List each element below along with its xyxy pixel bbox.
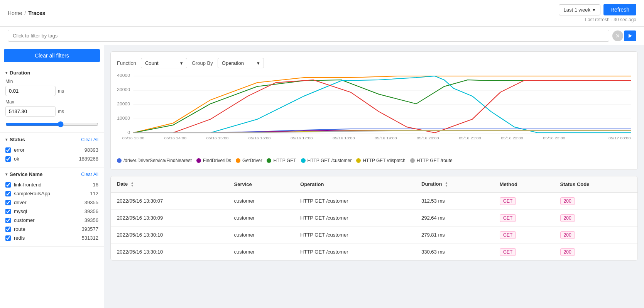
status-clear-link[interactable]: Clear All	[81, 137, 98, 142]
svg-text:05/16 14:00: 05/16 14:00	[164, 136, 187, 140]
max-row: Max ms	[5, 99, 98, 117]
table-header: Date ▲▼ServiceOperationDuration ▲▼Method…	[111, 176, 637, 192]
chevron-down-icon: ▾	[593, 7, 595, 13]
max-input[interactable]	[5, 106, 56, 117]
top-right: Last 1 week ▾ Refresh Last refresh - 30 …	[559, 4, 636, 22]
table-header-cell[interactable]: Date ▲▼	[111, 176, 228, 192]
cell-duration: 279.81 ms	[415, 226, 494, 243]
service-label: redis	[14, 235, 25, 241]
home-link[interactable]: Home	[8, 10, 22, 16]
service-clear-link[interactable]: Clear All	[81, 172, 98, 177]
legend-label: HTTP GET /dispatch	[363, 158, 405, 163]
chart-svg: 40000 30000 20000 10000 0	[117, 73, 631, 142]
clear-filter-icon[interactable]: ✕	[612, 30, 623, 41]
cell-method: GET	[494, 226, 554, 243]
checkbox-left: mysql	[5, 208, 27, 214]
cell-duration: 292.64 ms	[415, 209, 494, 226]
legend-dot	[301, 158, 306, 163]
cell-date: 2022/05/16 13:30:10	[111, 243, 228, 260]
min-label: Min	[5, 79, 98, 84]
status-items: error 98393 ok 1889268	[5, 146, 98, 163]
service-count: 39355	[85, 200, 98, 205]
method-badge: GET	[500, 248, 516, 256]
time-picker[interactable]: Last 1 week ▾	[559, 4, 600, 15]
service-count: 39356	[85, 217, 98, 223]
cell-service: customer	[228, 192, 294, 209]
clear-all-button[interactable]: Clear all filters	[4, 49, 100, 62]
service-section: ▾ Service Name Clear All link-frontend 1…	[0, 168, 104, 247]
service-section-header[interactable]: ▾ Service Name Clear All	[5, 171, 98, 177]
service-count: 393577	[82, 226, 98, 232]
filter-bar: ✕	[0, 27, 644, 45]
status-section-header[interactable]: ▾ Status Clear All	[5, 137, 98, 142]
table-row[interactable]: 2022/05/16 13:30:10 customer HTTP GET /c…	[111, 243, 637, 260]
groupby-value: Operation	[222, 60, 244, 66]
duration-chevron-icon: ▾	[5, 71, 7, 75]
content-area: Function Count ▾ Group By Operation ▾ 40…	[104, 45, 644, 308]
checkbox-left: error	[5, 147, 24, 153]
table-row[interactable]: 2022/05/16 13:30:07 customer HTTP GET /c…	[111, 192, 637, 209]
cell-service: customer	[228, 209, 294, 226]
table-row[interactable]: 2022/05/16 13:30:09 customer HTTP GET /c…	[111, 209, 637, 226]
list-item: sampleRailsApp 112	[5, 189, 98, 198]
service-label: mysql	[14, 208, 27, 214]
min-input[interactable]	[5, 86, 56, 96]
status-checkbox[interactable]	[5, 147, 11, 153]
tag-filter-input[interactable]	[8, 30, 609, 42]
list-item: redis 531312	[5, 234, 98, 242]
function-label: Function	[117, 60, 136, 66]
table-header-cell[interactable]: Duration ▲▼	[415, 176, 494, 192]
service-label: route	[14, 226, 25, 232]
svg-text:20000: 20000	[117, 102, 130, 106]
cell-method: GET	[494, 192, 554, 209]
list-item: customer 39356	[5, 216, 98, 225]
service-checkbox[interactable]	[5, 182, 11, 188]
service-checkbox[interactable]	[5, 227, 11, 232]
service-count: 112	[90, 191, 98, 196]
list-item: driver 39355	[5, 198, 98, 207]
svg-text:05/16 21:00: 05/16 21:00	[459, 136, 481, 140]
last-refresh-text: Last refresh - 30 sec ago	[585, 17, 636, 22]
service-chevron-icon: ▾	[5, 172, 7, 176]
status-checkbox[interactable]	[5, 156, 11, 162]
table-header-cell: Operation	[294, 176, 415, 192]
max-unit: ms	[58, 109, 64, 114]
status-label: error	[14, 147, 24, 153]
min-unit: ms	[58, 88, 64, 94]
service-items: link-frontend 16 sampleRailsApp 112 driv…	[5, 180, 98, 242]
checkbox-left: customer	[5, 217, 34, 223]
legend-item: HTTP GET /dispatch	[356, 158, 405, 163]
refresh-button[interactable]: Refresh	[603, 4, 636, 15]
svg-text:0: 0	[127, 130, 130, 135]
checkbox-left: route	[5, 226, 25, 232]
groupby-label: Group By	[192, 60, 213, 66]
service-checkbox[interactable]	[5, 200, 11, 205]
status-section: ▾ Status Clear All error 98393 ok 188926…	[0, 133, 104, 168]
groupby-select[interactable]: Operation ▾	[218, 58, 264, 68]
duration-slider[interactable]	[5, 121, 98, 127]
breadcrumb-sep: /	[24, 10, 26, 16]
time-picker-label: Last 1 week	[564, 7, 590, 13]
cell-service: customer	[228, 226, 294, 243]
method-badge: GET	[500, 231, 516, 239]
cell-status: 200	[554, 209, 637, 226]
table-row[interactable]: 2022/05/16 13:30:10 customer HTTP GET /c…	[111, 226, 637, 243]
legend-dot	[196, 158, 201, 163]
cell-operation: HTTP GET /customer	[294, 243, 415, 260]
service-checkbox[interactable]	[5, 235, 11, 241]
legend-item: HTTP GET	[267, 158, 296, 163]
legend-dot	[236, 158, 240, 163]
function-select[interactable]: Count ▾	[141, 58, 187, 68]
cell-duration: 330.63 ms	[415, 243, 494, 260]
checkbox-left: redis	[5, 235, 25, 241]
run-filter-icon[interactable]	[624, 30, 636, 41]
legend-dot	[410, 158, 415, 163]
service-checkbox[interactable]	[5, 218, 11, 223]
service-checkbox[interactable]	[5, 209, 11, 214]
duration-section-header[interactable]: ▾ Duration	[5, 70, 98, 76]
svg-text:05/16 22:00: 05/16 22:00	[501, 136, 523, 140]
table-header-cell: Method	[494, 176, 554, 192]
service-checkbox[interactable]	[5, 191, 11, 196]
cell-date: 2022/05/16 13:30:10	[111, 226, 228, 243]
top-controls: Last 1 week ▾ Refresh	[559, 4, 636, 15]
